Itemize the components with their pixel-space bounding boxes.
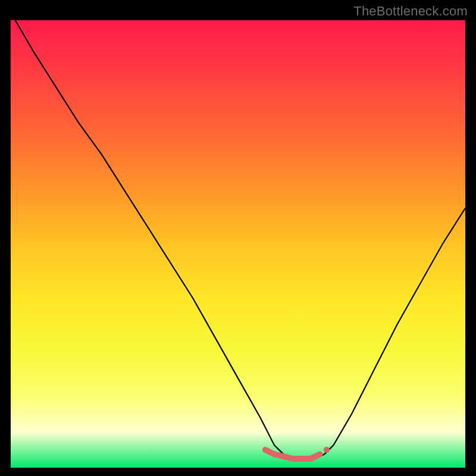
bottleneck-curve — [15, 20, 465, 459]
trough-dot-icon — [324, 447, 330, 453]
plot-area — [11, 20, 465, 468]
trough-marker — [265, 447, 329, 459]
curve-svg — [11, 20, 465, 468]
watermark-text: TheBottleneck.com — [353, 4, 468, 19]
chart-frame: TheBottleneck.com — [0, 0, 476, 476]
